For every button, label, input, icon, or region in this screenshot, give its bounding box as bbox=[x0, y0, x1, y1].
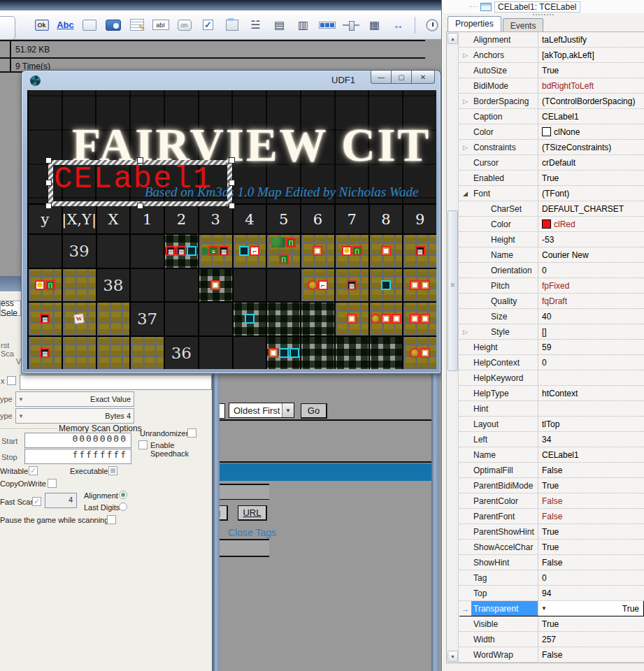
edit-component-icon[interactable]: abI bbox=[151, 16, 170, 34]
map-tile[interactable] bbox=[300, 336, 334, 370]
property-value[interactable]: clNone bbox=[538, 124, 644, 139]
map-tile[interactable] bbox=[266, 301, 300, 336]
property-row-anchors[interactable]: ▷Anchors[akTop,akLeft] bbox=[459, 48, 644, 63]
property-value[interactable]: [akTop,akLeft] bbox=[538, 48, 644, 62]
map-tile[interactable] bbox=[232, 268, 266, 302]
property-row-pitch[interactable]: PitchfpFixed bbox=[459, 278, 644, 294]
maximize-button[interactable]: ▢ bbox=[391, 71, 412, 84]
close-tags-link[interactable]: Close Tags bbox=[228, 527, 276, 538]
resize-handle[interactable] bbox=[137, 203, 143, 209]
map-tile[interactable] bbox=[266, 268, 300, 302]
trackbar-component-icon[interactable] bbox=[341, 16, 360, 34]
map-tile[interactable] bbox=[368, 268, 403, 302]
property-row-helptype[interactable]: HelpTypehtContext bbox=[459, 386, 644, 401]
property-row-height[interactable]: Height59 bbox=[459, 340, 644, 355]
resize-handle[interactable] bbox=[229, 203, 235, 209]
property-row-color[interactable]: ColorclRed bbox=[459, 217, 644, 232]
resize-handle[interactable] bbox=[229, 180, 235, 186]
property-row-quality[interactable]: QualityfqDraft bbox=[459, 294, 644, 309]
scroll-up-icon[interactable]: ▲ bbox=[448, 33, 458, 44]
resize-handle[interactable] bbox=[137, 157, 143, 164]
map-tile[interactable] bbox=[198, 268, 232, 302]
property-value[interactable]: bdRightToLeft bbox=[538, 78, 644, 93]
property-row-width[interactable]: Width257 bbox=[459, 632, 644, 647]
executable-checkbox[interactable] bbox=[108, 466, 117, 475]
property-row-name[interactable]: NameCELabel1 bbox=[459, 447, 644, 463]
property-value[interactable]: Courier New bbox=[538, 247, 644, 262]
property-value[interactable]: taLeftJustify bbox=[538, 32, 644, 47]
property-row-name[interactable]: NameCourier New bbox=[459, 247, 644, 263]
map-tile[interactable]: ∏ bbox=[27, 268, 62, 302]
tab-events[interactable]: Events bbox=[503, 18, 544, 31]
toggle-component-icon[interactable]: on bbox=[175, 16, 194, 34]
property-value[interactable]: True bbox=[538, 616, 644, 631]
checkbox-component-icon[interactable]: ✓ bbox=[199, 16, 217, 34]
property-row-transparent[interactable]: →Transparent▼True bbox=[459, 601, 644, 616]
property-value[interactable]: tlTop bbox=[538, 417, 644, 431]
resize-handle[interactable] bbox=[45, 157, 52, 164]
map-tile[interactable] bbox=[198, 336, 232, 370]
map-tile[interactable] bbox=[266, 336, 300, 370]
map-tile[interactable] bbox=[129, 268, 164, 302]
property-row-color[interactable]: ColorclNone bbox=[459, 124, 644, 140]
property-row-helpkeyword[interactable]: HelpKeyword bbox=[459, 370, 644, 386]
property-row-style[interactable]: ▷Style[] bbox=[459, 324, 644, 340]
property-row-orientation[interactable]: Orientation0 bbox=[459, 263, 644, 278]
property-row-constraints[interactable]: ▷Constraints(TSizeConstraints) bbox=[459, 140, 644, 155]
property-value[interactable]: -53 bbox=[538, 232, 644, 247]
map-tile[interactable] bbox=[96, 233, 130, 268]
palette-tab-stub[interactable] bbox=[0, 16, 15, 40]
map-tile[interactable] bbox=[334, 301, 368, 336]
map-tile[interactable]: ⌐ bbox=[232, 233, 266, 268]
property-value[interactable]: htContext bbox=[538, 386, 644, 401]
property-value[interactable]: CELabel1 bbox=[538, 109, 644, 124]
map-tile[interactable]: ▦ bbox=[334, 268, 368, 302]
tab-properties[interactable]: Properties bbox=[448, 16, 501, 31]
listview-component-icon[interactable]: ▥ bbox=[294, 16, 313, 34]
map-tile[interactable] bbox=[402, 336, 436, 370]
scan-value-input[interactable] bbox=[20, 375, 212, 390]
property-value[interactable]: 0 bbox=[538, 355, 644, 370]
map-tile[interactable] bbox=[402, 301, 436, 336]
property-value[interactable]: fpFixed bbox=[538, 278, 644, 293]
property-row-visible[interactable]: VisibleTrue bbox=[459, 616, 644, 632]
scroll-down-icon[interactable]: ▼ bbox=[448, 651, 458, 662]
map-form-canvas[interactable]: FAIRVIEW CIT Based on Km3ds 1.0 Map Edit… bbox=[27, 90, 436, 369]
map-tile[interactable] bbox=[62, 336, 96, 370]
expand-icon[interactable]: ▷ bbox=[459, 144, 471, 151]
property-row-size[interactable]: Size40 bbox=[459, 309, 644, 324]
scrollbar-thumb[interactable] bbox=[448, 210, 458, 371]
speedhack-checkbox[interactable] bbox=[138, 440, 148, 449]
map-tile[interactable]: ∏∏ bbox=[266, 233, 300, 268]
go-button[interactable]: Go bbox=[301, 403, 327, 419]
property-value[interactable]: crDefault bbox=[538, 155, 644, 170]
label-component-icon[interactable]: Abc bbox=[56, 16, 75, 34]
reply-box-fragment[interactable] bbox=[213, 539, 269, 557]
map-tile[interactable] bbox=[334, 336, 368, 370]
resize-handle[interactable] bbox=[229, 157, 235, 164]
map-tile[interactable] bbox=[300, 233, 334, 268]
map-tile[interactable] bbox=[129, 336, 164, 370]
map-tile[interactable]: ▦ bbox=[402, 233, 436, 268]
alignment-radio[interactable] bbox=[119, 491, 127, 499]
property-row-caption[interactable]: CaptionCELabel1 bbox=[459, 109, 644, 124]
image-component-icon[interactable] bbox=[103, 16, 122, 34]
splitter-grip[interactable] bbox=[533, 14, 554, 15]
expand-icon[interactable]: ▷ bbox=[459, 52, 471, 59]
chevron-down-icon[interactable]: ▼ bbox=[541, 605, 547, 612]
property-value[interactable]: True bbox=[538, 478, 644, 493]
property-value[interactable]: DEFAULT_CHARSET bbox=[538, 201, 644, 216]
property-value[interactable]: 94 bbox=[538, 586, 644, 600]
copyonwrite-checkbox[interactable] bbox=[48, 479, 57, 488]
panel-component-icon[interactable] bbox=[222, 16, 241, 34]
property-grid-scrollbar[interactable]: ▲ ▼ bbox=[447, 32, 459, 663]
map-tile[interactable] bbox=[232, 301, 266, 336]
property-row-parentshowhint[interactable]: ParentShowHintTrue bbox=[459, 524, 644, 540]
pause-checkbox[interactable] bbox=[107, 515, 116, 524]
celabel1-caption[interactable]: CELabel1 bbox=[54, 161, 213, 196]
property-value[interactable] bbox=[538, 370, 644, 385]
property-value[interactable]: (TSizeConstraints) bbox=[538, 140, 644, 154]
property-row-tag[interactable]: Tag0 bbox=[459, 570, 644, 586]
progressbar-component-icon[interactable] bbox=[317, 16, 336, 34]
property-row-top[interactable]: Top94 bbox=[459, 586, 644, 601]
